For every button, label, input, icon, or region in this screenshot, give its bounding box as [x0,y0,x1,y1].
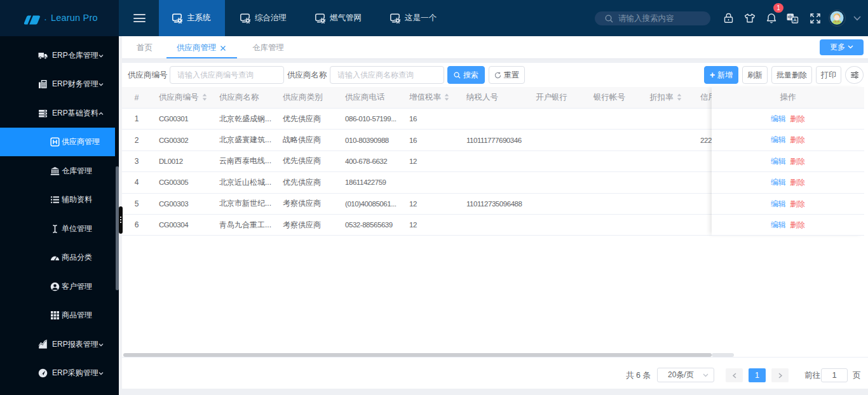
svg-text:A: A [793,17,797,23]
